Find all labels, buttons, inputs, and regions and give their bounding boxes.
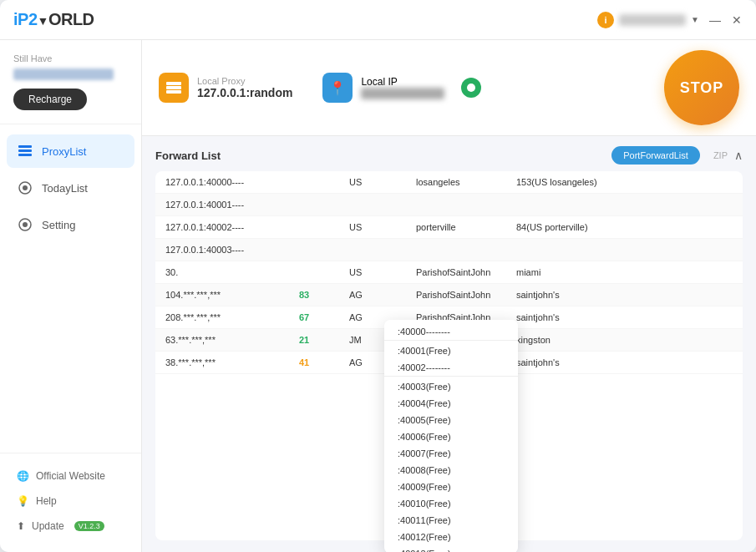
proxy-icon: [159, 73, 189, 103]
cell-score: 41: [299, 357, 349, 367]
ip-display-blur: [13, 68, 114, 80]
logo-ip2: iP2▼ORLD: [13, 10, 94, 29]
dropdown-item[interactable]: :40003(Free): [384, 378, 518, 395]
table-row[interactable]: 104.***.***,*** 83 AG ParishofSaintJohn …: [155, 284, 743, 306]
svg-rect-7: [166, 82, 181, 85]
recharge-button[interactable]: Recharge: [13, 89, 87, 110]
dropdown-item[interactable]: :40013(Free): [384, 545, 518, 552]
sidebar-item-setting[interactable]: Setting: [7, 208, 134, 241]
proxy-info: Local Proxy 127.0.0.1:random 📍 Local IP: [159, 73, 481, 103]
sidebar-item-proxylist[interactable]: ProxyList: [7, 134, 134, 168]
close-button[interactable]: ✕: [731, 14, 743, 26]
forward-header: Forward List PortForwardList ZIP ∧: [155, 146, 743, 165]
sidebar-nav: ProxyList TodayList: [0, 134, 141, 453]
cell-country: US: [349, 267, 416, 277]
port-forward-list-button[interactable]: PortForwardList: [611, 146, 700, 165]
user-name-blur: [619, 14, 686, 26]
app-logo: iP2▼ORLD: [13, 10, 94, 29]
svg-rect-8: [166, 86, 181, 89]
cell-score: 21: [299, 335, 349, 345]
cell-ip: 63.***.***,***: [165, 335, 299, 345]
cell-city: saintjohn's: [516, 357, 616, 367]
sidebar-bottom: 🌐 Official Website 💡 Help ⬆ Update V1.2.…: [0, 453, 141, 539]
setting-icon: [17, 216, 33, 233]
table-row[interactable]: 127.0.0.1:40003----: [155, 239, 743, 261]
stop-button[interactable]: STOP: [664, 50, 739, 125]
cell-ip: 127.0.0.1:40002----: [165, 222, 299, 232]
svg-rect-1: [18, 149, 32, 152]
dropdown-item[interactable]: :40004(Free): [384, 395, 518, 412]
official-website-link[interactable]: 🌐 Official Website: [7, 463, 134, 489]
dropdown-item[interactable]: :40006(Free): [384, 428, 518, 445]
dropdown-item[interactable]: :40011(Free): [384, 512, 518, 529]
connection-status-dot: [461, 78, 481, 98]
cell-city: 84(US porterville): [516, 222, 616, 232]
update-label: Update: [32, 520, 64, 532]
local-proxy-block: Local Proxy 127.0.0.1:random: [159, 73, 292, 103]
dropdown-item[interactable]: :40009(Free): [384, 479, 518, 495]
cell-country: US: [349, 177, 416, 187]
cell-region: ParishofSaintJohn: [416, 267, 516, 277]
local-proxy-label: Local Proxy: [197, 76, 292, 86]
cell-score: 83: [299, 290, 349, 300]
top-section: Local Proxy 127.0.0.1:random 📍 Local IP: [142, 40, 756, 136]
cell-ip: 104.***.***,***: [165, 290, 299, 300]
dropdown-item[interactable]: :40000--------: [384, 323, 518, 341]
table-row[interactable]: 127.0.0.1:40000---- US losangeles 153(US…: [155, 171, 743, 194]
titlebar-right: i ▼ — ✕: [597, 12, 743, 28]
zip-label: ZIP: [713, 150, 728, 160]
official-website-icon: 🌐: [17, 470, 29, 482]
update-badge: V1.2.3: [74, 521, 104, 531]
svg-rect-0: [18, 145, 32, 148]
todaylist-label: TodayList: [42, 182, 88, 195]
titlebar: iP2▼ORLD i ▼ — ✕: [0, 0, 756, 40]
forward-actions: PortForwardList ZIP ∧: [611, 146, 743, 165]
cell-city: miami: [516, 267, 616, 277]
todaylist-icon: [17, 180, 33, 196]
pin-icon: 📍: [322, 73, 353, 103]
cell-score: 67: [299, 312, 349, 322]
help-link[interactable]: 💡 Help: [7, 489, 134, 514]
forward-area: Forward List PortForwardList ZIP ∧ 127.0…: [142, 136, 756, 552]
cell-ip: 127.0.0.1:40000----: [165, 177, 299, 187]
chevron-down-icon: ▼: [691, 15, 699, 24]
local-ip-block: 📍 Local IP: [322, 73, 481, 103]
content-area: Local Proxy 127.0.0.1:random 📍 Local IP: [142, 40, 756, 552]
cell-ip: 208.***.***,***: [165, 312, 299, 322]
cell-ip: 127.0.0.1:40003----: [165, 245, 299, 255]
update-icon: ⬆: [17, 520, 25, 532]
collapse-icon[interactable]: ∧: [734, 149, 743, 162]
cell-ip: 38.***.***,***: [165, 357, 299, 367]
cell-country: AG: [349, 290, 416, 300]
dropdown-item[interactable]: :40010(Free): [384, 495, 518, 512]
user-info[interactable]: i ▼: [597, 12, 699, 28]
svg-point-6: [23, 222, 28, 227]
dropdown-item[interactable]: :40002--------: [384, 359, 518, 377]
dropdown-item[interactable]: :40008(Free): [384, 462, 518, 479]
minimize-button[interactable]: —: [709, 14, 721, 26]
app-window: iP2▼ORLD i ▼ — ✕ Still Have Recharge: [0, 0, 756, 552]
setting-label: Setting: [42, 219, 75, 231]
main-layout: Still Have Recharge ProxyList: [0, 40, 756, 552]
help-icon: 💡: [17, 495, 29, 507]
cell-ip: 30.: [165, 267, 299, 277]
ip-details: Local IP: [361, 76, 444, 99]
dropdown-item[interactable]: :40001(Free): [384, 342, 518, 359]
local-ip-label: Local IP: [361, 76, 444, 88]
help-label: Help: [36, 495, 57, 507]
cell-country: US: [349, 222, 416, 232]
update-link[interactable]: ⬆ Update V1.2.3: [7, 514, 134, 539]
dropdown-item[interactable]: :40012(Free): [384, 529, 518, 545]
svg-rect-2: [18, 154, 32, 156]
table-row[interactable]: 30. US ParishofSaintJohn miami: [155, 261, 743, 284]
forward-list-title: Forward List: [155, 149, 221, 162]
dropdown-item[interactable]: :40005(Free): [384, 412, 518, 428]
dropdown-item[interactable]: :40007(Free): [384, 445, 518, 462]
sidebar-item-todaylist[interactable]: TodayList: [7, 171, 134, 205]
svg-rect-9: [166, 90, 181, 94]
table-row[interactable]: 127.0.0.1:40001----: [155, 194, 743, 216]
table-row[interactable]: 127.0.0.1:40002---- US porterville 84(US…: [155, 216, 743, 239]
cell-region: porterville: [416, 222, 516, 232]
sidebar: Still Have Recharge ProxyList: [0, 40, 142, 552]
cell-region: ParishofSaintJohn: [416, 290, 516, 300]
